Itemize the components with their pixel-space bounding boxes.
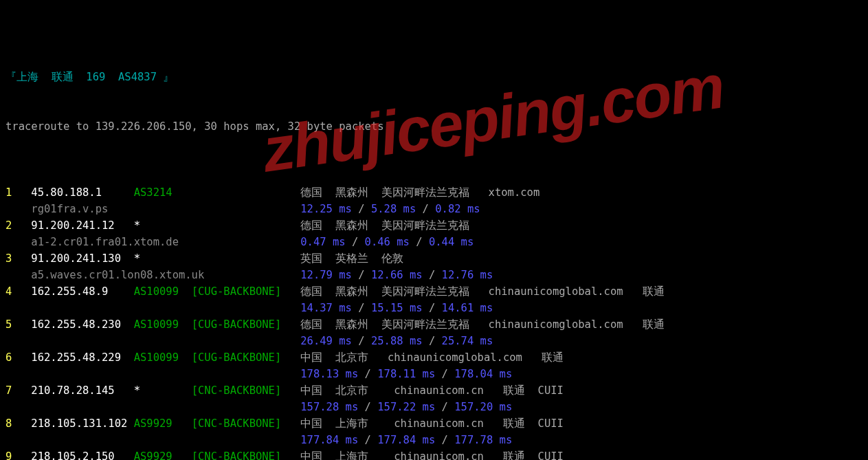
route-header: 『上海 联通 169 AS4837 』 — [5, 69, 863, 85]
hop-ip: 91.200.241.12 — [31, 219, 133, 232]
hop-asn: AS10099 — [134, 318, 192, 331]
hop-asn: AS9929 — [134, 450, 192, 460]
hop-latency-1: 12.79 ms — [300, 269, 352, 281]
hop-latency-2: 157.22 ms — [377, 401, 435, 413]
hop-latency-line: 157.28 ms / 157.22 ms / 157.20 ms — [5, 399, 863, 415]
hop-asn: * — [134, 219, 192, 232]
hop-rdns: rg01fra.v.ps — [31, 203, 108, 215]
hop-backbone-tag: [CUG-BACKBONE] — [192, 318, 301, 331]
hop-location: 中国 北京市 chinaunicomglobal.com 联通 — [300, 351, 564, 364]
hop-rdns-line: rg01fra.v.ps 12.25 ms / 5.28 ms / 0.82 m… — [5, 201, 863, 217]
hop-latency-2: 177.84 ms — [377, 434, 435, 446]
hop-location: 中国 上海市 chinaunicom.cn 联通 CUII — [300, 450, 564, 460]
hop-latency-3: 178.04 ms — [454, 368, 512, 380]
hop-rdns-line: a1-2.cr01.fra01.xtom.de 0.47 ms / 0.46 m… — [5, 234, 863, 250]
hop-latency-1: 0.47 ms — [300, 236, 345, 248]
hop-location: 德国 黑森州 美因河畔法兰克福 chinaunicomglobal.com 联通 — [300, 318, 664, 331]
hop-location: 中国 北京市 chinaunicom.cn 联通 CUII — [300, 384, 564, 397]
hop-latency-1: 177.84 ms — [300, 434, 358, 446]
hop-asn: AS10099 — [134, 285, 192, 298]
hop-latency-line: 14.37 ms / 15.15 ms / 14.61 ms — [5, 300, 863, 316]
hop-number: 7 — [5, 384, 31, 397]
hop-rdns: a5.waves.cr01.lon08.xtom.uk — [31, 269, 204, 281]
hop-latency-2: 25.88 ms — [371, 335, 423, 347]
hop-latency-3: 157.20 ms — [454, 401, 512, 413]
hop-latency-3: 12.76 ms — [442, 269, 493, 281]
hop-latency-2: 5.28 ms — [371, 203, 416, 215]
hop-line: 4 162.255.48.9 AS10099 [CUG-BACKBONE] 德国… — [5, 283, 863, 300]
hop-backbone-tag: [CNC-BACKBONE] — [192, 450, 301, 460]
hop-latency-3: 177.78 ms — [454, 434, 512, 446]
hop-asn: AS9929 — [134, 417, 192, 430]
hop-backbone-tag — [192, 252, 301, 265]
hop-latency-2: 15.15 ms — [371, 302, 423, 314]
hop-line: 5 162.255.48.230 AS10099 [CUG-BACKBONE] … — [5, 316, 863, 333]
hop-number: 5 — [5, 318, 31, 331]
hop-asn: AS10099 — [134, 351, 192, 364]
hop-location: 德国 黑森州 美因河畔法兰克福 xtom.com — [300, 186, 539, 199]
hop-backbone-tag — [192, 219, 301, 232]
hop-ip: 162.255.48.9 — [31, 285, 133, 298]
hop-number: 1 — [5, 186, 31, 199]
hop-ip: 91.200.241.130 — [31, 252, 133, 265]
hop-backbone-tag — [192, 186, 301, 199]
hop-latency-1: 157.28 ms — [300, 401, 358, 413]
hops-container: 1 45.80.188.1 AS3214 德国 黑森州 美因河畔法兰克福 xto… — [5, 184, 863, 460]
hop-latency-3: 0.82 ms — [435, 203, 480, 215]
hop-latency-1: 178.13 ms — [300, 368, 358, 380]
hop-ip: 210.78.28.145 — [31, 384, 133, 397]
hop-line: 6 162.255.48.229 AS10099 [CUG-BACKBONE] … — [5, 349, 863, 366]
hop-line: 3 91.200.241.130 * 英国 英格兰 伦敦 — [5, 250, 863, 267]
hop-backbone-tag: [CNC-BACKBONE] — [192, 417, 301, 430]
hop-line: 9 218.105.2.150 AS9929 [CNC-BACKBONE] 中国… — [5, 448, 863, 460]
hop-asn: AS3214 — [134, 186, 192, 199]
terminal-output: zhujiceping.com 『上海 联通 169 AS4837 』 trac… — [0, 0, 868, 460]
hop-line: 7 210.78.28.145 * [CNC-BACKBONE] 中国 北京市 … — [5, 382, 863, 399]
hop-latency-3: 25.74 ms — [442, 335, 493, 347]
hop-latency-line: 177.84 ms / 177.84 ms / 177.78 ms — [5, 432, 863, 448]
hop-location: 英国 英格兰 伦敦 — [300, 252, 403, 265]
hop-latency-2: 12.66 ms — [371, 269, 423, 281]
hop-ip: 218.105.2.150 — [31, 450, 133, 460]
hop-asn: * — [134, 252, 192, 265]
hop-latency-2: 0.46 ms — [365, 236, 410, 248]
hop-latency-3: 14.61 ms — [442, 302, 493, 314]
hop-line: 8 218.105.131.102 AS9929 [CNC-BACKBONE] … — [5, 415, 863, 432]
hop-location: 中国 上海市 chinaunicom.cn 联通 CUII — [300, 417, 564, 430]
hop-number: 2 — [5, 219, 31, 232]
hop-latency-line: 26.49 ms / 25.88 ms / 25.74 ms — [5, 333, 863, 349]
hop-location: 德国 黑森州 美因河畔法兰克福 chinaunicomglobal.com 联通 — [300, 285, 664, 298]
hop-latency-line: 178.13 ms / 178.11 ms / 178.04 ms — [5, 366, 863, 382]
hop-ip: 162.255.48.230 — [31, 318, 133, 331]
hop-line: 2 91.200.241.12 * 德国 黑森州 美因河畔法兰克福 — [5, 217, 863, 234]
hop-latency-1: 26.49 ms — [300, 335, 352, 347]
hop-latency-2: 178.11 ms — [377, 368, 435, 380]
hop-number: 6 — [5, 351, 31, 364]
hop-latency-3: 0.44 ms — [429, 236, 474, 248]
hop-number: 3 — [5, 252, 31, 265]
hop-backbone-tag: [CUG-BACKBONE] — [192, 351, 301, 364]
hop-location: 德国 黑森州 美因河畔法兰克福 — [300, 219, 469, 232]
hop-latency-1: 14.37 ms — [300, 302, 352, 314]
hop-line: 1 45.80.188.1 AS3214 德国 黑森州 美因河畔法兰克福 xto… — [5, 184, 863, 201]
hop-rdns: a1-2.cr01.fra01.xtom.de — [31, 236, 179, 248]
hop-rdns-line: a5.waves.cr01.lon08.xtom.uk 12.79 ms / 1… — [5, 267, 863, 283]
hop-backbone-tag: [CNC-BACKBONE] — [192, 384, 301, 397]
hop-ip: 218.105.131.102 — [31, 417, 133, 430]
hop-number: 8 — [5, 417, 31, 430]
traceroute-cmd: traceroute to 139.226.206.150, 30 hops m… — [5, 118, 863, 135]
hop-ip: 162.255.48.229 — [31, 351, 133, 364]
hop-number: 4 — [5, 285, 31, 298]
hop-latency-1: 12.25 ms — [300, 203, 352, 215]
hop-backbone-tag: [CUG-BACKBONE] — [192, 285, 301, 298]
hop-number: 9 — [5, 450, 31, 460]
hop-ip: 45.80.188.1 — [31, 186, 133, 199]
hop-asn: * — [134, 384, 192, 397]
